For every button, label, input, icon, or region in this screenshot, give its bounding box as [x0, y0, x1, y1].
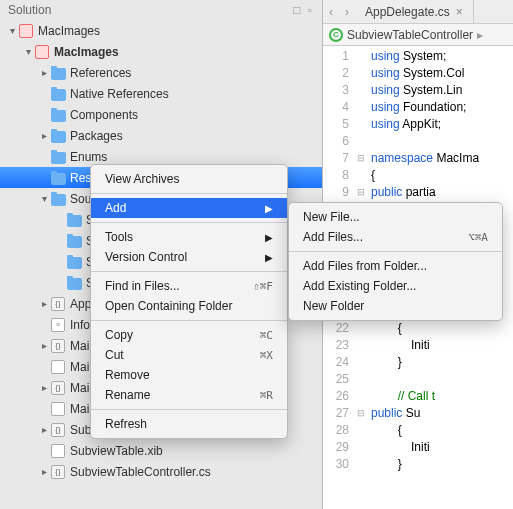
menu-item[interactable]: View Archives — [91, 169, 287, 189]
fold-icon[interactable]: ⊟ — [357, 405, 371, 422]
fold-icon[interactable] — [357, 456, 371, 473]
menu-item[interactable]: Rename⌘R — [91, 385, 287, 405]
tree-item-label: Components — [70, 108, 138, 122]
code-line[interactable]: 8{ — [323, 167, 513, 184]
menu-item[interactable]: Open Containing Folder — [91, 296, 287, 316]
code-text: } — [371, 354, 402, 371]
disclosure-icon[interactable]: ▾ — [38, 193, 50, 204]
disclosure-icon[interactable]: ▸ — [38, 424, 50, 435]
fold-icon[interactable] — [357, 422, 371, 439]
code-line[interactable]: 5using AppKit; — [323, 116, 513, 133]
menu-item[interactable]: Add Files...⌥⌘A — [289, 227, 502, 247]
tree-item-label: SubviewTableController.cs — [70, 465, 211, 479]
code-text: { — [371, 167, 375, 184]
solution-title: Solution — [8, 3, 51, 17]
fold-icon[interactable] — [357, 388, 371, 405]
disclosure-icon[interactable]: ▸ — [38, 67, 50, 78]
menu-item[interactable]: Version Control▶ — [91, 247, 287, 267]
menu-item-label: Add Files... — [303, 230, 363, 244]
tree-item[interactable]: ▾MacImages — [0, 20, 322, 41]
tree-item-label: SubviewTable.xib — [70, 444, 163, 458]
fold-icon[interactable] — [357, 439, 371, 456]
code-line[interactable]: 3using System.Lin — [323, 82, 513, 99]
line-number: 29 — [323, 439, 357, 456]
editor-tab[interactable]: AppDelegate.cs × — [355, 0, 474, 23]
tab-prev-icon[interactable]: ‹ — [323, 5, 339, 19]
menu-item[interactable]: Cut⌘X — [91, 345, 287, 365]
code-line[interactable]: 24 } — [323, 354, 513, 371]
code-line[interactable]: 2using System.Col — [323, 65, 513, 82]
disclosure-icon[interactable]: ▸ — [38, 130, 50, 141]
folder-icon — [50, 191, 66, 207]
code-line[interactable]: 4using Foundation; — [323, 99, 513, 116]
code-text: using Foundation; — [371, 99, 466, 116]
menu-item-label: Copy — [105, 328, 133, 342]
xib-file-icon — [50, 401, 66, 417]
context-menu[interactable]: View ArchivesAdd▶Tools▶Version Control▶F… — [90, 164, 288, 439]
menu-item[interactable]: Add Existing Folder... — [289, 276, 502, 296]
fold-icon[interactable] — [357, 320, 371, 337]
code-line[interactable]: 1using System; — [323, 48, 513, 65]
code-line[interactable]: 22 { — [323, 320, 513, 337]
tree-item[interactable]: ▾MacImages — [0, 41, 322, 62]
fold-icon[interactable] — [357, 48, 371, 65]
menu-item[interactable]: Refresh — [91, 414, 287, 434]
context-submenu-add[interactable]: New File...Add Files...⌥⌘AAdd Files from… — [288, 202, 503, 321]
line-number: 22 — [323, 320, 357, 337]
disclosure-icon[interactable]: ▸ — [38, 340, 50, 351]
fold-icon[interactable] — [357, 354, 371, 371]
code-line[interactable]: 7⊟namespace MacIma — [323, 150, 513, 167]
tree-item[interactable]: SubviewTable.xib — [0, 440, 322, 461]
code-line[interactable]: 25 — [323, 371, 513, 388]
disclosure-icon[interactable]: ▸ — [38, 298, 50, 309]
menu-item[interactable]: Add Files from Folder... — [289, 256, 502, 276]
code-line[interactable]: 26 // Call t — [323, 388, 513, 405]
fold-icon[interactable] — [357, 65, 371, 82]
menu-item-label: Open Containing Folder — [105, 299, 232, 313]
code-line[interactable]: 29 Initi — [323, 439, 513, 456]
disclosure-icon[interactable]: ▾ — [6, 25, 18, 36]
code-line[interactable]: 28 { — [323, 422, 513, 439]
fold-icon[interactable] — [357, 167, 371, 184]
breadcrumb[interactable]: C SubviewTableController ▸ — [323, 24, 513, 46]
fold-icon[interactable] — [357, 116, 371, 133]
disclosure-icon[interactable]: ▾ — [22, 46, 34, 57]
fold-icon[interactable]: ⊟ — [357, 184, 371, 201]
code-line[interactable]: 23 Initi — [323, 337, 513, 354]
code-line[interactable]: 27⊟public Su — [323, 405, 513, 422]
menu-item[interactable]: Find in Files...⇧⌘F — [91, 276, 287, 296]
submenu-arrow-icon: ▶ — [265, 252, 273, 263]
menu-item[interactable]: Tools▶ — [91, 227, 287, 247]
fold-icon[interactable] — [357, 82, 371, 99]
tree-item[interactable]: ▸References — [0, 62, 322, 83]
tree-item[interactable]: ▸Packages — [0, 125, 322, 146]
menu-item[interactable]: New File... — [289, 207, 502, 227]
fold-icon[interactable] — [357, 133, 371, 150]
chevron-right-icon: ▸ — [477, 28, 483, 42]
code-line[interactable]: 30 } — [323, 456, 513, 473]
menu-item[interactable]: Remove — [91, 365, 287, 385]
folder-icon — [50, 128, 66, 144]
xib-file-icon — [50, 443, 66, 459]
disclosure-icon[interactable]: ▸ — [38, 466, 50, 477]
menu-item[interactable]: Copy⌘C — [91, 325, 287, 345]
tree-item-label: Enums — [70, 150, 107, 164]
tree-item[interactable]: Components — [0, 104, 322, 125]
close-icon[interactable]: × — [456, 5, 463, 19]
plist-file-icon: ≡ — [50, 317, 66, 333]
fold-icon[interactable] — [357, 337, 371, 354]
tree-item[interactable]: Native References — [0, 83, 322, 104]
line-number: 5 — [323, 116, 357, 133]
fold-icon[interactable] — [357, 99, 371, 116]
tab-next-icon[interactable]: › — [339, 5, 355, 19]
line-number: 27 — [323, 405, 357, 422]
tree-item[interactable]: ▸{}SubviewTableController.cs — [0, 461, 322, 482]
panel-options-icon[interactable]: □ ▫ — [293, 3, 314, 17]
menu-item[interactable]: Add▶ — [91, 198, 287, 218]
menu-item[interactable]: New Folder — [289, 296, 502, 316]
disclosure-icon[interactable]: ▸ — [38, 382, 50, 393]
code-line[interactable]: 9⊟public partia — [323, 184, 513, 201]
fold-icon[interactable]: ⊟ — [357, 150, 371, 167]
code-line[interactable]: 6 — [323, 133, 513, 150]
fold-icon[interactable] — [357, 371, 371, 388]
